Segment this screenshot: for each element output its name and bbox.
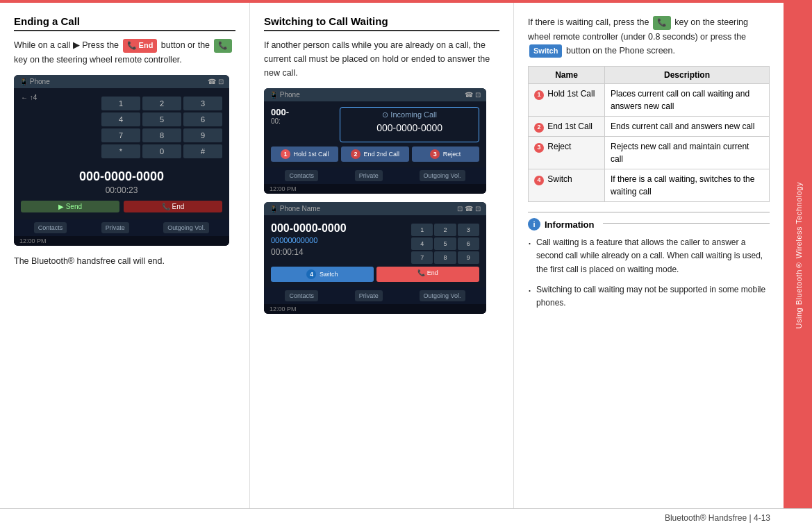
col1-body-text2: button or the: [161, 40, 213, 50]
sw-key-9: 9: [458, 251, 479, 264]
incoming-split: 000- 00: ⊙ Incoming Call 000-0000-0000: [271, 107, 479, 142]
end-call-switch-btn[interactable]: 📞 End: [376, 267, 479, 282]
call-action-btns: ▶ Send 📞 End: [21, 201, 222, 212]
switch-call-btn[interactable]: 4 Switch: [271, 267, 374, 282]
info-icon: i: [528, 218, 540, 231]
switch-timer: 00:00:14: [271, 247, 407, 257]
incoming-action-buttons: 1 Hold 1st Call 2 End 2nd Call 3 Reject: [271, 147, 479, 162]
incoming-left: 000- 00:: [271, 107, 335, 142]
table-cell-desc-4: If there is a call waiting, switches to …: [605, 169, 770, 202]
table-header-name: Name: [529, 67, 605, 84]
key-3: 3: [183, 97, 222, 110]
sw-key-2: 2: [434, 224, 456, 236]
table-cell-desc-1: Places current call on call waiting and …: [605, 84, 770, 117]
outgoing-vol-btn-incoming[interactable]: Outgoing Vol.: [420, 170, 465, 181]
col1-bottom-text: The Bluetooth® handsfree call will end.: [14, 254, 235, 268]
sw-key-3: 3: [458, 224, 479, 236]
phone-keypad-hint: ← ↑4: [21, 94, 37, 161]
info-bullet-1: Call waiting is a feature that allows th…: [528, 236, 770, 276]
contacts-btn-switch[interactable]: Contacts: [285, 290, 318, 301]
phone-label-incoming: 📱 Phone: [270, 91, 300, 99]
badge-2: 2: [351, 149, 361, 159]
incoming-label: ⊙ Incoming Call: [345, 110, 474, 119]
end-btn-phone[interactable]: 📞 End: [124, 201, 222, 212]
col3-intro-text1: If there is waiting call, press the: [528, 17, 652, 27]
end-button-inline: 📞 End: [123, 39, 158, 53]
hold-1st-call-btn[interactable]: 1 Hold 1st Call: [271, 147, 338, 162]
reject-btn[interactable]: 3 Reject: [412, 147, 479, 162]
table-header-description: Description: [605, 67, 770, 84]
contacts-btn-incoming[interactable]: Contacts: [285, 170, 318, 181]
phone-green-icon: 📞: [218, 40, 228, 52]
outgoing-vol-btn-switch[interactable]: Outgoing Vol.: [420, 290, 465, 301]
end-icon: 📞: [127, 40, 137, 52]
phone-screen-1: 📱 Phone ☎ ⊡ ← ↑4 1 2 3 4 5 6 7 8 9: [14, 75, 229, 246]
information-header: i Information: [528, 218, 770, 231]
phone-steering-btn: 📞: [653, 16, 671, 30]
phone-bottom-incoming: Contacts Private Outgoing Vol.: [264, 167, 486, 184]
key-hash: #: [183, 144, 222, 158]
phone-bottom-1: Contacts Private Outgoing Vol.: [14, 219, 229, 236]
key-9: 9: [183, 128, 222, 142]
col2-title: Switching to Call Waiting: [264, 15, 499, 31]
phone-timer-1: 00:00:23: [21, 185, 222, 195]
badge-1: 1: [281, 149, 290, 159]
table-badge-2: 2: [534, 123, 544, 133]
contacts-btn-1[interactable]: Contacts: [34, 222, 67, 233]
phone-header-icons-incoming: ☎ ⊡: [465, 91, 481, 99]
key-5: 5: [142, 112, 181, 126]
table-badge-4: 4: [534, 176, 544, 185]
ending-call-section: Ending a Call While on a call ▶ Press th…: [0, 3, 250, 508]
table-badge-3: 3: [534, 143, 544, 153]
table-cell-name-2: 2 End 1st Call: [529, 117, 605, 137]
switch-action-buttons: 4 Switch 📞 End: [271, 267, 479, 282]
table-cell-name-1: 1 Hold 1st Call: [529, 84, 605, 117]
phone-header-incoming: 📱 Phone ☎ ⊡: [264, 88, 486, 101]
sw-key-1: 1: [411, 224, 433, 236]
info-bullet-2: Switching to call waiting may not be sup…: [528, 283, 770, 310]
phone-header-icons-switch: ⊡ ☎ ⊡: [457, 205, 481, 212]
switch-screen: 000-0000-0000 00000000000 00:00:14 1 2 3…: [264, 215, 486, 287]
private-btn-1[interactable]: Private: [101, 222, 129, 233]
table-cell-name-3: 3 Reject: [529, 137, 605, 169]
footer-text: Bluetooth® Handsfree | 4-13: [665, 513, 770, 523]
info-section: If there is waiting call, press the 📞 ke…: [514, 3, 786, 508]
phone-bottom-switch: Contacts Private Outgoing Vol.: [264, 287, 486, 304]
switching-call-section: Switching to Call Waiting If another per…: [250, 3, 514, 508]
call-options-table: Name Description 1 Hold 1st CallPlaces c…: [528, 66, 770, 202]
incoming-screen: 000- 00: ⊙ Incoming Call 000-0000-0000 1…: [264, 101, 486, 167]
incoming-call-box: ⊙ Incoming Call 000-0000-0000: [340, 107, 479, 142]
send-btn[interactable]: ▶ Send: [21, 201, 119, 212]
phone-number-1: 000-0000-0000: [21, 164, 222, 185]
private-btn-switch[interactable]: Private: [355, 290, 383, 301]
incoming-number: 000-0000-0000: [345, 122, 474, 133]
key-0: 0: [142, 144, 181, 158]
key-1: 1: [101, 97, 140, 110]
info-bullets: Call waiting is a feature that allows th…: [528, 236, 770, 310]
phone-keypad-1: 1 2 3 4 5 6 7 8 9 * 0 #: [101, 97, 222, 158]
phone-steering-icon: 📞: [657, 17, 667, 29]
col3-intro: If there is waiting call, press the 📞 ke…: [528, 15, 770, 58]
col2-body: If another person calls while you are al…: [264, 38, 499, 80]
switch-number: 000-0000-0000: [271, 222, 407, 235]
key-8: 8: [142, 128, 181, 142]
phone-screen-incoming: 📱 Phone ☎ ⊡ 000- 00: ⊙ Incoming Call 000…: [264, 88, 486, 194]
col1-title: Ending a Call: [14, 15, 235, 31]
end-2nd-call-btn[interactable]: 2 End 2nd Call: [341, 147, 408, 162]
phone-time-1: 12:00 PM: [14, 236, 229, 246]
phone-time-incoming: 12:00 PM: [264, 184, 486, 194]
col3-intro-text3: button on the Phone screen.: [566, 46, 675, 56]
table-row-4: 4 SwitchIf there is a call waiting, swit…: [529, 169, 770, 202]
outgoing-vol-btn-1[interactable]: Outgoing Vol.: [163, 222, 209, 233]
phone-label-switch: 📱 Phone Name: [270, 205, 320, 212]
incoming-current-number: 000-: [271, 107, 335, 117]
incoming-timer: 00:: [271, 117, 335, 125]
col1-body-text1: While on a call ▶ Press the: [14, 40, 122, 50]
sw-key-8: 8: [434, 251, 456, 264]
key-4: 4: [101, 112, 140, 126]
sw-key-4: 4: [411, 237, 433, 250]
private-btn-incoming[interactable]: Private: [355, 170, 383, 181]
badge-3: 3: [430, 149, 440, 159]
table-cell-desc-3: Rejects new call and maintain current ca…: [605, 137, 770, 169]
switch-right-keypad: 1 2 3 4 5 6 7 8 9: [411, 221, 479, 267]
